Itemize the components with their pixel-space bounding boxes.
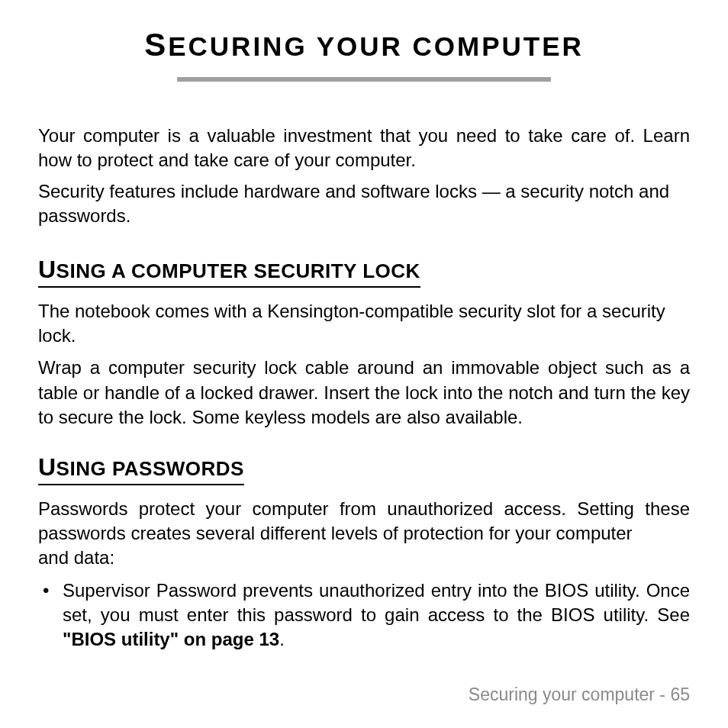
bullet-text-pre: Supervisor Password prevents unauthorize… — [63, 580, 690, 625]
section-heading-passwords: USING PASSWORDS — [38, 453, 244, 485]
passwords-paragraph-1b: and data: — [38, 546, 690, 570]
heading-pass-rest: SING PASSWORDS — [56, 457, 244, 480]
bullet-supervisor: Supervisor Password prevents unauthorize… — [38, 578, 690, 652]
lock-paragraph-2: Wrap a computer security lock cable arou… — [38, 356, 690, 430]
section-passwords: USING PASSWORDS Passwords protect your c… — [38, 453, 690, 652]
bullet-text-post: . — [279, 629, 285, 649]
section-heading-lock: USING A COMPUTER SECURITY LOCK — [38, 256, 420, 288]
intro-paragraph-1: Your computer is a valuable investment t… — [38, 124, 690, 173]
bullet-text-bold: "BIOS utility" on page 13 — [63, 629, 279, 649]
heading-pass-cap: U — [38, 453, 56, 481]
intro-paragraph-2: Security features include hardware and s… — [38, 179, 690, 229]
page-title-rest: ECURING YOUR COMPUTER — [168, 31, 584, 61]
page-title-cap: S — [144, 27, 168, 63]
page-title: SECURING YOUR COMPUTER — [38, 27, 690, 63]
lock-paragraph-1: The notebook comes with a Kensington-com… — [38, 299, 690, 349]
page-footer: Securing your computer - 65 — [469, 685, 690, 705]
heading-lock-rest: SING A COMPUTER SECURITY LOCK — [56, 259, 420, 282]
heading-lock-cap: U — [38, 256, 56, 283]
section-security-lock: USING A COMPUTER SECURITY LOCK The noteb… — [38, 256, 690, 430]
title-divider — [177, 77, 551, 82]
passwords-bullet-list: Supervisor Password prevents unauthorize… — [38, 578, 690, 652]
passwords-paragraph-1a: Passwords protect your computer from una… — [38, 497, 690, 546]
